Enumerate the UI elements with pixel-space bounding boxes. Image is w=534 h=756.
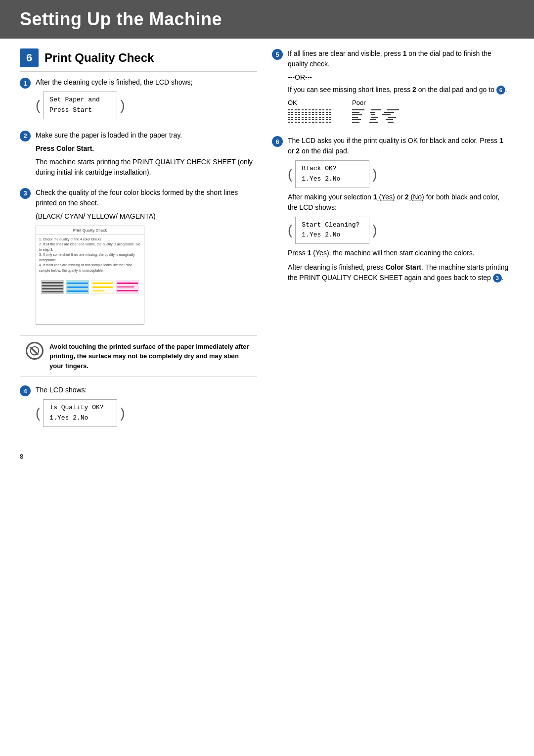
ok-line-6	[288, 122, 332, 123]
page-header: Setting Up the Machine	[0, 0, 534, 39]
step-4-lcd-line2: 1.Yes 2.No	[49, 413, 111, 424]
step-5-number: 5	[272, 49, 283, 60]
section-number: 6	[20, 48, 39, 67]
step-6-lcd2-line1: Start Cleaning?	[302, 220, 363, 231]
step-6-lcd2-curve-left: (	[288, 222, 292, 238]
step-6-lcd2-wrapper: ( Start Cleaning? 1.Yes 2.No )	[288, 217, 509, 244]
step-6-text2-b1: (Yes)	[377, 193, 395, 201]
page-number-area: 8	[0, 453, 534, 470]
page-number: 8	[20, 453, 514, 460]
step-6-lcd2: Start Cleaning? 1.Yes 2.No	[295, 217, 369, 244]
ok-lines	[288, 109, 332, 123]
warning-icon	[26, 342, 44, 360]
step-6-text2-pre: After making your selection	[288, 193, 373, 201]
poor-line-row-1	[352, 109, 399, 110]
step-2-text2: Press Color Start.	[36, 143, 257, 154]
step-6-text2-bold1: 1	[373, 193, 377, 201]
step-2: 2 Make sure the paper is loaded in the p…	[20, 130, 257, 181]
step-6-lcd1-curve-right: )	[372, 166, 377, 182]
step-4-text: The LCD shows:	[36, 385, 257, 395]
step-1-content: After the cleaning cycle is finished, th…	[36, 77, 257, 123]
step-6-lcd1-curve-left: (	[288, 166, 292, 182]
poor-line-row-6	[352, 122, 399, 123]
warning-text: Avoid touching the printed surface of th…	[49, 342, 251, 371]
step-1-text: After the cleaning cycle is finished, th…	[36, 77, 257, 88]
ok-line-5	[288, 119, 332, 120]
step-4-content: The LCD shows: ( Is Quality OK? 1.Yes 2.…	[36, 385, 257, 431]
step-6-text3-yes: (Yes)	[311, 249, 329, 257]
step-5-circle-6: 6	[496, 86, 505, 94]
step-6-text2-b2: (No)	[409, 193, 424, 201]
print-quality-image: Print Quality Check 1. Check the quality…	[36, 226, 144, 325]
left-column: 6 Print Quality Check 1 After the cleani…	[20, 48, 257, 438]
step-6-circle-3: 3	[493, 274, 502, 283]
step-1-number: 1	[20, 78, 31, 89]
step-4: 4 The LCD shows: ( Is Quality OK? 1.Yes …	[20, 385, 257, 431]
pq-text-lines: 1. Check the quality of the 4 color bloc…	[36, 235, 144, 276]
step-6-lcd2-line2: 1.Yes 2.No	[302, 230, 363, 240]
step-1-lcd-line2: Press Start	[49, 105, 111, 116]
ok-label: OK	[288, 99, 332, 106]
step-2-text3: The machine starts printing the PRINT QU…	[36, 157, 257, 178]
step-6-text1: The LCD asks you if the print quality is…	[288, 136, 509, 156]
content-area: 6 Print Quality Check 1 After the cleani…	[0, 39, 534, 453]
step-6-content: The LCD asks you if the print quality is…	[288, 136, 509, 287]
step-6-bold1: 1	[499, 137, 503, 144]
step-6-cont1: or	[288, 147, 296, 155]
color-block-cyan	[66, 280, 89, 294]
step-6-lcd1-line1: Black OK?	[302, 164, 363, 174]
step-6-cont2: on the dial pad.	[300, 147, 349, 155]
section-header: 6 Print Quality Check	[20, 48, 257, 72]
step-6-text3-cont: , the machine will then start cleaning t…	[329, 249, 475, 257]
poor-line-row-5	[352, 119, 399, 120]
step-6-lcd2-curve-right: )	[372, 222, 377, 238]
step-5: 5 If all lines are clear and visible, pr…	[272, 48, 509, 129]
quality-col-poor: Poor	[352, 99, 399, 123]
step-3-text1: Check the quality of the four color bloc…	[36, 188, 257, 208]
step-6-text2-mid: or	[395, 193, 405, 201]
step-6-lcd1: Black OK? 1.Yes 2.No	[295, 160, 369, 188]
warning-box: Avoid touching the printed surface of th…	[20, 335, 257, 378]
poor-label: Poor	[352, 99, 399, 106]
step-4-lcd-line1: Is Quality OK?	[49, 403, 111, 413]
step-6-text2: After making your selection 1 (Yes) or 2…	[288, 192, 509, 213]
pq-line-2: 2. If all the lines are clear and visibl…	[39, 242, 141, 252]
step-6-bold2: 2	[296, 147, 300, 155]
step-4-lcd-curve-left: (	[36, 405, 40, 421]
step-5-text2: ---OR---	[288, 72, 509, 83]
step-5-text3: If you can see missing short lines, pres…	[288, 85, 509, 95]
step-4-lcd-curve-right: )	[120, 405, 125, 421]
step-2-text1: Make sure the paper is loaded in the pap…	[36, 130, 257, 141]
color-block-magenta	[116, 280, 139, 294]
pq-line-4: 4. If most lines are missing or this sam…	[39, 263, 141, 273]
step-6-text4: After cleaning is finished, press Color …	[288, 262, 509, 283]
step-5-text1-pre: If all lines are clear and visible, pres…	[288, 49, 403, 57]
step-4-number: 4	[20, 385, 31, 396]
pq-line-3: 3. If only some short lines are missing,…	[39, 252, 141, 263]
page-title: Setting Up the Machine	[20, 9, 514, 30]
svg-line-1	[31, 347, 38, 354]
step-5-text3-pre: If you can see missing short lines, pres…	[288, 86, 412, 94]
step-5-text3-end: .	[505, 86, 507, 94]
color-blocks-area	[36, 277, 144, 297]
step-1-lcd-wrapper: ( Set Paper and Press Start )	[36, 92, 257, 119]
step-5-content: If all lines are clear and visible, pres…	[288, 48, 509, 129]
color-block-yellow	[91, 280, 114, 294]
lcd-curve-right: )	[120, 97, 125, 113]
step-6-text4-end: .	[502, 274, 504, 282]
step-5-text3-cont: on the dial pad and go to	[416, 86, 496, 94]
step-5-text1: If all lines are clear and visible, pres…	[288, 48, 509, 69]
ok-line-3	[288, 114, 332, 115]
lcd-curve-left: (	[36, 97, 40, 113]
step-6-text4-pre: After cleaning is finished, press	[288, 263, 386, 271]
ok-line-2	[288, 112, 332, 113]
pq-header: Print Quality Check	[36, 226, 144, 235]
svg-point-0	[31, 346, 39, 355]
step-6-lcd1-line2: 1.Yes 2.No	[302, 174, 363, 185]
ok-line-1	[288, 109, 332, 110]
color-block-black	[41, 280, 64, 294]
poor-line-row-4	[352, 117, 399, 118]
no-touch-icon	[30, 346, 40, 356]
step-3-text2: (BLACK/ CYAN/ YELLOW/ MAGENTA)	[36, 211, 257, 222]
step-1: 1 After the cleaning cycle is finished, …	[20, 77, 257, 123]
